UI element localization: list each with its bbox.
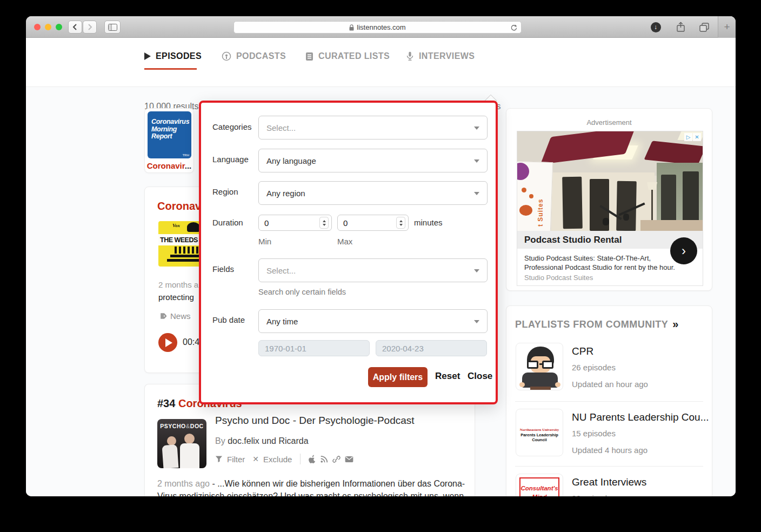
duration-label: Duration	[212, 218, 243, 227]
zoom-window-button[interactable]	[56, 24, 62, 30]
fields-select[interactable]: Select...	[258, 258, 488, 282]
ad-unit[interactable]: t Suites ▷ ✕ Podcast Studio Rental Studi…	[517, 131, 703, 286]
podcast-title-link[interactable]: Psycho und Doc - Der Psychologie-Podcast	[215, 415, 415, 427]
apply-filters-button[interactable]: Apply filters	[368, 367, 428, 387]
episode-number: #34	[157, 397, 175, 409]
tab-interviews[interactable]: INTERVIEWS	[406, 51, 475, 61]
duration-min-value: 0	[264, 218, 269, 228]
playlist-name[interactable]: Great Interviews	[572, 476, 646, 488]
region-select[interactable]: Any region	[258, 181, 488, 205]
glasses-icon	[539, 363, 543, 365]
tag-icon	[158, 312, 166, 320]
back-button[interactable]	[68, 21, 82, 34]
playlist-name[interactable]: NU Parents Leadership Cou...	[572, 411, 709, 423]
date-from-input[interactable]: 1970-01-01	[258, 340, 370, 356]
ad-body: Studio Podcast Suites: State-Of-The-Art,…	[517, 249, 703, 285]
stepper-control[interactable]	[319, 217, 329, 229]
episode-title-link[interactable]: Coronav	[157, 200, 201, 212]
reload-icon	[510, 24, 517, 31]
sidebar-toggle-button[interactable]	[104, 21, 121, 34]
language-value: Any language	[266, 156, 316, 165]
rss-icon[interactable]	[321, 455, 328, 463]
artwork-text: Northeastern University	[516, 428, 563, 432]
playlists-card: PLAYLISTS FROM COMMUNITY» CPR 26 episode…	[506, 305, 712, 496]
pubdate-select[interactable]: Any time	[258, 309, 488, 333]
date-to-input[interactable]: 2020-04-23	[376, 340, 487, 356]
chevron-down-icon	[474, 159, 479, 163]
microphone-shape	[623, 214, 629, 221]
plus-icon: +	[724, 21, 730, 33]
close-button[interactable]: Close	[468, 371, 492, 382]
chevron-down-icon	[474, 320, 479, 323]
playlist-artwork: Consultant's Mind	[516, 474, 563, 496]
avatar-hand-shape	[519, 382, 525, 387]
downloads-button[interactable]: ↓	[646, 16, 665, 38]
exclude-action[interactable]: Exclude	[263, 455, 292, 464]
playlist-updated: Updated an hour ago	[572, 380, 648, 389]
divider	[515, 401, 703, 402]
podcast-title-link[interactable]: Coronavir...	[145, 161, 193, 170]
artwork-brand: Vox	[172, 223, 180, 228]
play-episode-button[interactable]	[158, 333, 177, 352]
reload-button[interactable]	[510, 24, 517, 31]
table-shape	[640, 220, 703, 231]
playlist-name[interactable]: CPR	[572, 345, 593, 357]
double-chevron-icon[interactable]: »	[672, 318, 677, 330]
tab-episodes[interactable]: EPISODES	[144, 51, 202, 61]
filter-action[interactable]: Filter	[227, 455, 245, 464]
max-label: Max	[337, 237, 352, 246]
playlist-avatar	[516, 343, 563, 390]
artwork-text: Report	[151, 133, 189, 141]
chevron-right-icon	[86, 23, 93, 31]
address-bar[interactable]: listennotes.com	[233, 21, 522, 34]
date-to-value: 2020-04-23	[382, 344, 424, 353]
ad-text-line: Studio Podcast Suites: State-Of-The-Art,	[524, 254, 651, 262]
artwork-text: Morning	[151, 126, 189, 134]
funnel-icon	[215, 455, 223, 463]
adchoices-icon[interactable]: ▷	[684, 133, 692, 141]
site-nav: EPISODES PODCASTS CURATED LISTS	[26, 38, 736, 87]
language-label: Language	[212, 155, 249, 164]
chevron-down-icon	[474, 192, 479, 195]
glasses-icon	[527, 361, 538, 369]
avatar-hand-shape	[555, 382, 560, 387]
show-tabs-button[interactable]	[695, 16, 713, 38]
publisher-name[interactable]: doc.felix und Ricarda	[228, 436, 308, 445]
tab-podcasts[interactable]: PODCASTS	[222, 51, 286, 61]
tag-news[interactable]: News	[170, 311, 191, 321]
banner-dot-shape	[529, 194, 533, 198]
banner-dot-shape	[519, 205, 532, 216]
active-tab-underline	[144, 68, 197, 70]
categories-select[interactable]: Select...	[258, 116, 488, 139]
sidebar-icon	[108, 24, 117, 31]
minimize-window-button[interactable]	[45, 24, 51, 30]
banner-dot-shape	[522, 188, 526, 192]
apple-icon[interactable]	[309, 455, 316, 463]
language-select[interactable]: Any language	[258, 149, 488, 172]
link-icon[interactable]	[332, 455, 341, 463]
advertisement-card: Advertisement	[506, 108, 712, 291]
artwork-text: Mind	[520, 494, 558, 496]
forward-button[interactable]	[83, 21, 97, 34]
ad-headline[interactable]: Podcast Studio Rental	[517, 235, 622, 245]
tab-curated-lists[interactable]: CURATED LISTS	[305, 51, 390, 61]
banner-vertical-text: t Suites	[537, 166, 544, 227]
dark-panel-shape	[562, 177, 583, 229]
mail-icon[interactable]	[345, 456, 353, 463]
podcast-result-card[interactable]: Coronavirus Morning Report TRH Coronavir…	[144, 108, 194, 173]
dark-panel-shape	[616, 181, 637, 231]
person-shape	[167, 436, 176, 445]
duration-min-input[interactable]: 0	[258, 215, 332, 231]
new-tab-button[interactable]: +	[718, 16, 736, 38]
stepper-control[interactable]	[396, 217, 405, 229]
microphone-icon	[406, 51, 414, 61]
reset-button[interactable]: Reset	[435, 371, 460, 382]
episode-date: 2 months ago	[157, 479, 210, 488]
ad-close-icon[interactable]: ✕	[693, 133, 701, 141]
duration-max-input[interactable]: 0	[337, 215, 409, 231]
x-icon: ✕	[252, 455, 259, 463]
close-window-button[interactable]	[34, 24, 41, 30]
episode-date-fragment: 2 months a	[158, 280, 198, 289]
ad-cta-button[interactable]: ›	[670, 237, 697, 264]
share-button[interactable]	[671, 16, 690, 38]
